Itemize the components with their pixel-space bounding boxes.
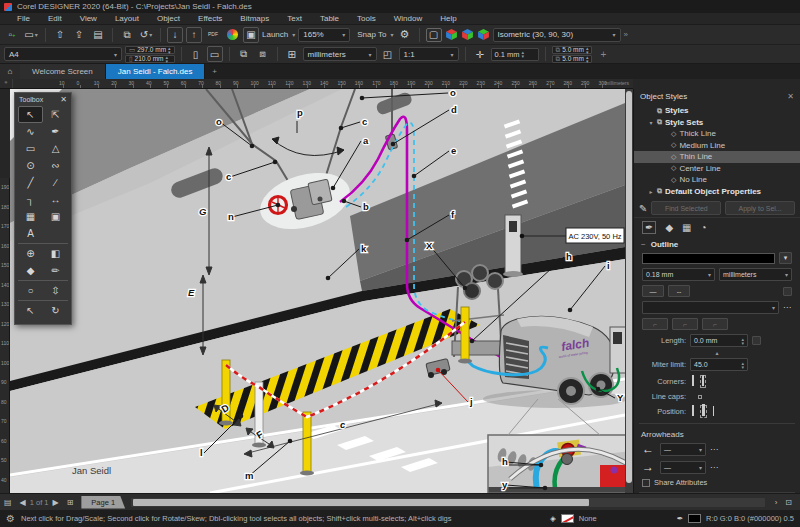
fill-properties-icon[interactable]: ◆ [665, 222, 673, 233]
menu-item-help[interactable]: Help [431, 14, 465, 23]
rectangle-tool[interactable]: ▭ [18, 140, 43, 157]
transform-tool[interactable]: ↻ [43, 302, 68, 319]
style-tree-item-no-line[interactable]: ◇No Line [634, 174, 800, 186]
add-page-button[interactable]: ⊞ [63, 498, 78, 507]
home-icon[interactable]: ⌂ [0, 64, 20, 79]
publish-pdf-button[interactable]: PDF [205, 27, 221, 43]
import-button[interactable]: ↓ [167, 27, 183, 43]
canvas-vertical-scrollbar[interactable] [625, 89, 633, 493]
portrait-icon[interactable]: ▯ [188, 46, 204, 62]
page-size-combo[interactable]: A4▾ [4, 47, 122, 61]
cap-square-button[interactable] [706, 395, 710, 399]
drawing-canvas[interactable]: falch world of water jetting [10, 89, 625, 493]
add-property-icon[interactable]: + [595, 46, 611, 62]
pen-tool[interactable]: ✒ [43, 123, 68, 140]
page-tab[interactable]: Page 1 [81, 496, 125, 509]
start-arrowhead-combo[interactable]: —▾ [660, 443, 706, 456]
corel-cloud-icon[interactable] [224, 27, 240, 43]
toolbox-close-icon[interactable]: ✕ [60, 95, 67, 104]
line-style-more-toggle[interactable] [783, 287, 792, 296]
snap-to-label[interactable]: Snap To [357, 30, 386, 39]
menu-item-tools[interactable]: Tools [348, 14, 385, 23]
open-button[interactable]: ▭▾ [23, 27, 39, 43]
menu-item-table[interactable]: Table [311, 14, 348, 23]
undo-button[interactable]: ↺▾ [138, 27, 154, 43]
cap-round-button[interactable] [698, 395, 702, 399]
position-outside-button[interactable] [711, 405, 716, 418]
pick2-tool[interactable]: ↖ [18, 302, 43, 319]
style-tree-item-medium-line[interactable]: ◇Medium Line [634, 140, 800, 152]
menu-item-layout[interactable]: Layout [106, 14, 148, 23]
scroll-right-button[interactable]: › [771, 498, 782, 507]
menu-item-bitmaps[interactable]: Bitmaps [231, 14, 278, 23]
layout-tool[interactable]: ▣ [43, 208, 68, 225]
canvas-horizontal-scrollbar[interactable] [131, 498, 765, 507]
projection-combo[interactable]: Isometric (30, 90, 30)▾ [493, 28, 621, 42]
style-tree-item-thick-line[interactable]: ◇Thick Line [634, 128, 800, 140]
fill-tool[interactable]: ◧ [43, 245, 68, 262]
pan-tool[interactable]: ⇳ [43, 282, 68, 299]
corner-miter-button[interactable] [690, 375, 696, 388]
cap-butt-button[interactable] [690, 395, 694, 399]
zoom-level-combo[interactable]: 165%▾ [298, 28, 350, 42]
eyedropper-tool[interactable]: ✏ [43, 262, 68, 279]
line-style-solid-button[interactable]: — [642, 285, 664, 297]
style-tree-item-style-sets[interactable]: ▾⧉Style Sets [634, 117, 800, 129]
page-height-field[interactable]: ▯210.0 mm▴▾ [125, 55, 175, 63]
launcher-icon[interactable]: ▣ [243, 27, 259, 43]
style-tree-item-center-line[interactable]: ◇Center Line [634, 163, 800, 175]
ruler-origin-icon[interactable]: ⌖ [0, 79, 13, 89]
print-button[interactable]: ▤ [90, 27, 106, 43]
connector-tool[interactable]: ┐ [18, 191, 43, 208]
pick-tool[interactable]: ↖ [18, 106, 43, 123]
current-page-icon[interactable]: ⧈ [255, 46, 271, 62]
style-tree-item-default-object-properties[interactable]: ▸⧉Default Object Properties [634, 186, 800, 198]
new-document-button[interactable]: ▫+ [4, 27, 20, 43]
docker-close-icon[interactable]: ✕ [787, 92, 794, 101]
corner-bevel-button[interactable] [710, 380, 714, 384]
outline-color-swatch[interactable] [642, 253, 775, 264]
miter-limit-field[interactable]: 45.0▴▾ [690, 358, 748, 371]
drawing-scale-combo[interactable]: 1:1▾ [399, 47, 459, 61]
nudge-field[interactable]: 0.1 mm▴▾ [491, 48, 539, 61]
center-tool[interactable]: ⊕ [18, 245, 43, 262]
length-lock-toggle[interactable] [752, 336, 761, 345]
style-tree-item-styles[interactable]: ⧉Styles [634, 105, 800, 117]
save-button[interactable]: ⇧ [52, 27, 68, 43]
find-selected-button[interactable]: Find Selected [651, 201, 721, 215]
menu-item-view[interactable]: View [71, 14, 106, 23]
line-tool[interactable]: ╱ [18, 174, 43, 191]
prev-page-button[interactable]: ◀ [16, 498, 30, 507]
projection-cube-front-icon[interactable] [461, 28, 474, 41]
options-gear-icon[interactable]: ⚙ [397, 27, 413, 43]
pan-mode-icon[interactable]: ⊡ [781, 498, 796, 507]
pattern-properties-icon[interactable]: ▦ [682, 222, 691, 233]
length-field[interactable]: 0.0 mm▴▾ [690, 334, 748, 347]
menu-item-effects[interactable]: Effects [189, 14, 231, 23]
line-style-browse-button[interactable]: ⋯ [783, 303, 792, 312]
table-tool[interactable]: ▦ [18, 208, 43, 225]
copy-button[interactable]: ⧉ [119, 27, 135, 43]
menu-item-file[interactable]: File [8, 14, 39, 23]
export-button[interactable]: ↑ [186, 27, 202, 43]
line-style-dash-button[interactable]: -- [668, 285, 690, 297]
text-tool[interactable]: A [18, 225, 43, 242]
end-arrowhead-options[interactable]: ⋯ [710, 463, 719, 472]
horizontal-ruler[interactable]: ⌖ millimeters 10010203040506070809010011… [0, 79, 633, 89]
launch-label[interactable]: Launch [262, 30, 288, 39]
all-pages-icon[interactable]: ⧉ [236, 46, 252, 62]
outline-color-caret[interactable]: ▾ [779, 252, 792, 264]
toolbar-overflow[interactable]: » [624, 30, 628, 39]
landscape-icon[interactable]: ▭ [207, 46, 223, 62]
zoom-tool[interactable]: ○ [18, 282, 43, 299]
apply-to-selection-button[interactable]: Apply to Sel... [725, 201, 795, 215]
outline-properties-icon[interactable]: ✒ [642, 221, 656, 234]
bspline-tool[interactable]: ∾ [43, 157, 68, 174]
duplicate-y-field[interactable]: ⧉5.0 mm▴▾ [552, 55, 593, 63]
page-width-field[interactable]: ▭297.0 mm▴▾ [125, 46, 175, 54]
status-gear-icon[interactable]: ⚙ [6, 513, 15, 524]
fill-none-swatch[interactable] [561, 514, 574, 523]
new-tab-button[interactable]: + [205, 64, 223, 79]
freehand-tool[interactable]: ∿ [18, 123, 43, 140]
outline-frame-icon[interactable]: ▢ [426, 28, 442, 42]
